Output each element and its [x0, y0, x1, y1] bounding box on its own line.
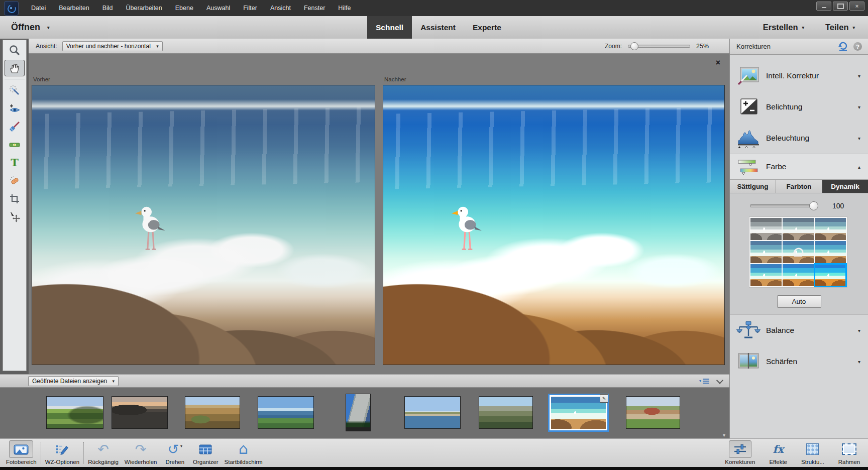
minimize-button[interactable] [816, 2, 831, 11]
menu-datei[interactable]: Datei [25, 0, 52, 16]
taskbar-rueckgaengig[interactable]: ↶ Rückgängig [85, 439, 122, 467]
tab-saettigung[interactable]: Sättigung [730, 180, 776, 193]
taskbar-wiederholen[interactable]: ↷ Wiederholen [122, 439, 160, 467]
preview-cell-4[interactable] [750, 241, 782, 263]
balance-icon [736, 320, 761, 340]
adjustments-panel: Korrekturen ? [729, 39, 868, 438]
maximize-icon [837, 4, 844, 9]
bin-thumbnail-cliff[interactable] [346, 394, 371, 431]
chevron-down-icon: ▾ [858, 359, 860, 365]
after-label: Nachher [384, 76, 406, 82]
preview-cell-6[interactable] [815, 241, 846, 263]
close-view-icon[interactable]: × [716, 59, 720, 67]
teilen-button[interactable]: Teilen ▾ [825, 23, 855, 32]
section-balance[interactable]: Balance ▾ [730, 315, 868, 346]
zoom-tool[interactable] [5, 42, 25, 58]
bin-thumbnail-seagull-selected[interactable]: ✎ [548, 394, 609, 432]
taskbar-fotobereich[interactable]: Fotobereich [3, 439, 40, 467]
section-intell-korrektur[interactable]: Intell. Korrektur ▾ [730, 60, 868, 91]
taskbar-rahmen[interactable]: Rahmen [834, 439, 864, 467]
zoom-slider[interactable] [628, 45, 690, 48]
preview-cell-1[interactable] [750, 218, 782, 240]
dynamik-slider-row: 100 [750, 202, 868, 210]
edited-badge-icon: ✎ [600, 394, 608, 403]
move-tool[interactable] [5, 208, 25, 225]
bin-thumbnail-autumn-field[interactable] [185, 396, 240, 429]
open-button[interactable]: Öffnen ▾ [11, 16, 50, 39]
section-label: Beleuchtung [766, 134, 809, 143]
section-farbe[interactable]: Farbe ▴ [730, 154, 868, 179]
bin-filter-dropdown[interactable]: Geöffnete Dateien anzeigen ▾ [28, 376, 119, 386]
action-bar: Öffnen ▾ Schnell Assistent Experte Erste… [0, 16, 868, 39]
taskbar-startbildschirm[interactable]: ⌂ Startbildschirm [222, 439, 266, 467]
after-image: Nachher [383, 85, 725, 365]
taskbar-strukturen[interactable]: Struktu... [798, 439, 827, 467]
quick-selection-tool[interactable] [5, 82, 25, 98]
preview-cell-3[interactable] [815, 218, 846, 240]
menu-auswahl[interactable]: Auswahl [200, 0, 237, 16]
bin-resize-chevron-icon[interactable]: ▾ [723, 432, 725, 438]
tab-schnell[interactable]: Schnell [367, 16, 412, 39]
zoom-percent: 25% [696, 43, 711, 50]
type-tool[interactable]: T [5, 154, 25, 171]
section-beleuchtung[interactable]: Beleuchtung ▾ [730, 123, 868, 154]
toolbox: T [3, 40, 27, 371]
spot-healing-brush-tool[interactable] [5, 172, 25, 189]
crop-tool[interactable] [5, 190, 25, 207]
taskbar-organizer[interactable]: Organizer [190, 439, 222, 467]
taskbar-drehen[interactable]: ↺ ▾ Drehen [160, 439, 190, 467]
help-icon[interactable]: ? [853, 42, 862, 51]
menu-ebene[interactable]: Ebene [169, 0, 200, 16]
menu-fenster[interactable]: Fenster [297, 0, 332, 16]
menu-filter[interactable]: Filter [237, 0, 264, 16]
bin-collapse-icon[interactable] [716, 377, 723, 384]
preview-cell-selected[interactable] [815, 264, 846, 286]
zoom-label: Zoom: [605, 43, 622, 50]
menu-bar: Datei Bearbeiten Bild Überarbeiten Ebene… [0, 0, 868, 16]
close-button[interactable]: × [849, 2, 864, 11]
red-eye-removal-tool[interactable] [5, 100, 25, 116]
preview-cell-2[interactable] [783, 218, 814, 240]
menu-hilfe[interactable]: Hilfe [332, 0, 357, 16]
bin-thumbnail-mountain[interactable] [479, 396, 533, 429]
preview-cell-8[interactable] [783, 264, 814, 286]
tab-dynamik[interactable]: Dynamik [822, 180, 868, 193]
menu-items: Datei Bearbeiten Bild Überarbeiten Ebene… [25, 0, 357, 16]
menu-ueberarbeiten[interactable]: Überarbeiten [120, 0, 169, 16]
hand-tool[interactable] [5, 60, 25, 76]
menu-bearbeiten[interactable]: Bearbeiten [52, 0, 95, 16]
tab-experte[interactable]: Experte [464, 16, 510, 39]
dynamik-slider[interactable] [750, 204, 817, 207]
bin-view-menu-icon[interactable]: ▾ [699, 379, 709, 384]
menu-ansicht[interactable]: Ansicht [264, 0, 297, 16]
slider-knob[interactable] [809, 201, 818, 210]
view-mode-dropdown[interactable]: Vorher und nachher - horizontal ▾ [62, 41, 163, 51]
tab-farbton[interactable]: Farbton [776, 180, 822, 193]
bin-thumbnail-green-hills[interactable] [46, 396, 103, 429]
bin-thumbnail-lake-hills[interactable] [258, 396, 314, 429]
sharpen-icon [736, 352, 761, 371]
section-belichtung[interactable]: Belichtung ▾ [730, 91, 868, 123]
bin-thumbnail-dark-lake[interactable] [112, 396, 168, 429]
auto-button[interactable]: Auto [777, 295, 821, 308]
chevron-down-icon: ▾ [699, 379, 701, 383]
reset-icon[interactable] [837, 41, 849, 52]
maximize-button[interactable] [833, 2, 848, 11]
whiten-teeth-tool[interactable] [5, 118, 25, 135]
bin-thumbnail-island[interactable] [404, 396, 461, 429]
menu-bild[interactable]: Bild [96, 0, 120, 16]
taskbar-effekte[interactable]: fx Effekte [765, 439, 791, 467]
taskbar-label: Rahmen [838, 459, 860, 465]
preview-cell-7[interactable] [750, 264, 782, 286]
after-photo [383, 85, 724, 365]
chevron-down-icon: ▾ [858, 136, 860, 141]
taskbar-wz-optionen[interactable]: WZ-Optionen [42, 439, 82, 467]
erstellen-button[interactable]: Erstellen ▾ [763, 23, 804, 32]
tab-assistent[interactable]: Assistent [412, 16, 464, 39]
section-schaerfen[interactable]: Schärfen ▾ [730, 346, 868, 377]
zoom-slider-knob[interactable] [630, 42, 638, 50]
preview-cell-current[interactable] [783, 241, 814, 263]
bin-thumbnail-church[interactable] [626, 396, 680, 429]
straighten-tool[interactable] [5, 136, 25, 153]
taskbar-korrekturen[interactable]: Korrekturen [722, 439, 758, 467]
